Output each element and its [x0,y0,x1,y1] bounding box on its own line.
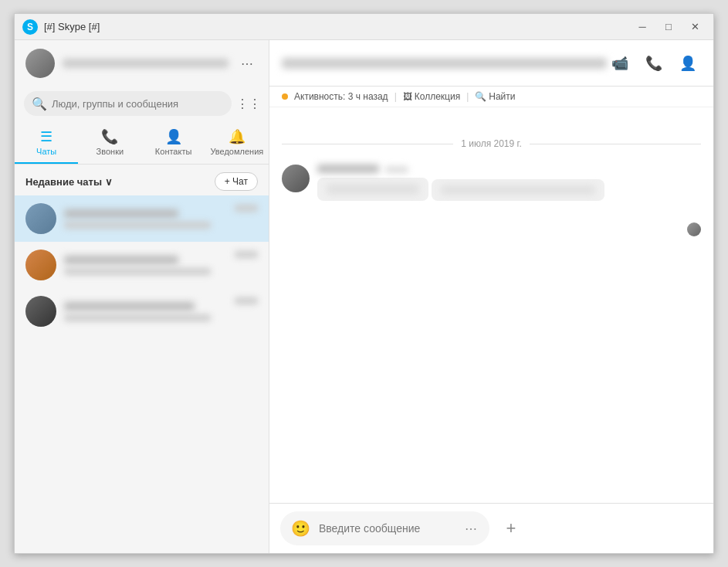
message-input-area: 🙂 ⋯ + [269,503,713,553]
avatar [282,165,310,192]
chat-name [64,256,178,264]
tab-contacts[interactable]: 👤 Контакты [142,124,205,164]
chat-info [64,302,227,321]
window-title: [#] Skype [#] [44,21,631,32]
messages-area: 1 июля 2019 г. [269,107,713,503]
find-link[interactable]: 🔍 Найти [475,91,515,102]
list-item[interactable] [15,242,269,288]
collection-icon: 🖼 [403,91,412,102]
activity-status: Активность: 3 ч назад [294,91,388,102]
titlebar: S [#] Skype [#] ─ □ ✕ [15,14,713,40]
chat-time [235,205,258,212]
emoji-button[interactable]: 🙂 [288,516,313,541]
table-row [317,178,428,201]
chat-area: 📹 📞 👤 Активность: 3 ч назад | 🖼 [269,40,713,553]
chat-last-message [64,314,211,321]
search-bar: 🔍 ⋮⋮ [15,87,269,121]
divider-line-right [530,144,701,144]
status-indicator [282,93,288,100]
profile-header: ⋯ [15,40,269,87]
avatar[interactable] [25,49,55,78]
chat-header: 📹 📞 👤 [269,40,713,87]
app-icon: S [22,19,38,35]
notifications-icon: 🔔 [229,128,245,145]
search-input-wrap: 🔍 [24,91,232,116]
message-sender [317,165,379,173]
add-contact-icon: 👤 [679,55,696,72]
list-item[interactable] [15,195,269,242]
chats-icon: ☰ [40,128,52,145]
avatar [25,296,56,327]
chat-last-message [64,222,211,229]
emoji-icon: 🙂 [291,519,310,538]
calls-icon: 📞 [101,128,118,145]
more-options-icon: ⋯ [465,521,477,536]
add-contact-button[interactable]: 👤 [675,50,701,76]
list-item[interactable] [15,288,269,334]
chat-info [64,209,227,229]
add-button[interactable]: + [497,514,525,542]
grid-button[interactable]: ⋮⋮ [238,93,259,114]
chat-name [64,302,195,311]
new-chat-button[interactable]: + Чат [215,172,258,191]
input-more-button[interactable]: ⋯ [460,518,482,539]
chat-last-message [64,268,211,275]
close-button[interactable]: ✕ [684,19,706,36]
nav-tabs: ☰ Чаты 📞 Звонки 👤 Контакты 🔔 Уведомления [15,121,269,165]
message-group [282,165,701,207]
date-label: 1 июля 2019 г. [461,138,522,149]
recent-chats-title[interactable]: Недавние чаты ∨ [25,176,113,188]
message-header [317,165,701,173]
chat-name [64,209,178,218]
search-icon: 🔍 [32,97,47,111]
search-input[interactable] [52,98,224,110]
read-receipt-avatar [687,222,701,236]
maximize-button[interactable]: □ [658,19,679,36]
audio-call-icon: 📞 [645,55,662,72]
minimize-button[interactable]: ─ [631,19,653,36]
window-controls: ─ □ ✕ [631,19,706,36]
video-call-icon: 📹 [611,55,628,72]
profile-more-button[interactable]: ⋯ [236,53,258,74]
message-input-wrap: 🙂 ⋯ [280,511,489,545]
collection-link[interactable]: 🖼 Коллекция [403,91,460,102]
message-text [441,185,595,195]
message-time [385,166,408,173]
sidebar: ⋯ 🔍 ⋮⋮ ☰ Чаты 📞 Звон [15,40,269,553]
tab-calls[interactable]: 📞 Звонки [78,124,141,164]
avatar [25,203,56,234]
chat-time [235,251,258,258]
read-receipt [282,222,701,236]
tab-chats[interactable]: ☰ Чаты [15,124,78,164]
table-row [432,179,604,201]
chat-contact-name [282,58,607,69]
chat-time [235,297,258,304]
profile-name [63,59,229,68]
avatar [25,250,56,280]
recent-chats-header: Недавние чаты ∨ + Чат [15,165,269,195]
chat-info [64,256,227,275]
contacts-icon: 👤 [165,128,182,145]
tab-contacts-label: Контакты [155,147,192,156]
audio-call-button[interactable]: 📞 [641,50,667,76]
find-icon: 🔍 [475,91,486,102]
grid-icon: ⋮⋮ [236,97,261,111]
message-text-input[interactable] [319,522,454,535]
chat-header-actions: 📹 📞 👤 [607,50,701,76]
tab-calls-label: Звонки [97,147,124,156]
tab-chats-label: Чаты [36,147,56,156]
tab-notifications-label: Уведомления [210,147,263,156]
date-divider: 1 июля 2019 г. [282,138,701,149]
tab-notifications[interactable]: 🔔 Уведомления [205,124,269,164]
add-icon: + [506,518,516,538]
chat-list [15,195,269,553]
chat-subheader: Активность: 3 ч назад | 🖼 Коллекция | 🔍 … [269,87,713,107]
video-call-button[interactable]: 📹 [607,50,633,76]
message-content [317,165,701,207]
divider-line-left [282,144,453,144]
message-text [327,184,419,195]
